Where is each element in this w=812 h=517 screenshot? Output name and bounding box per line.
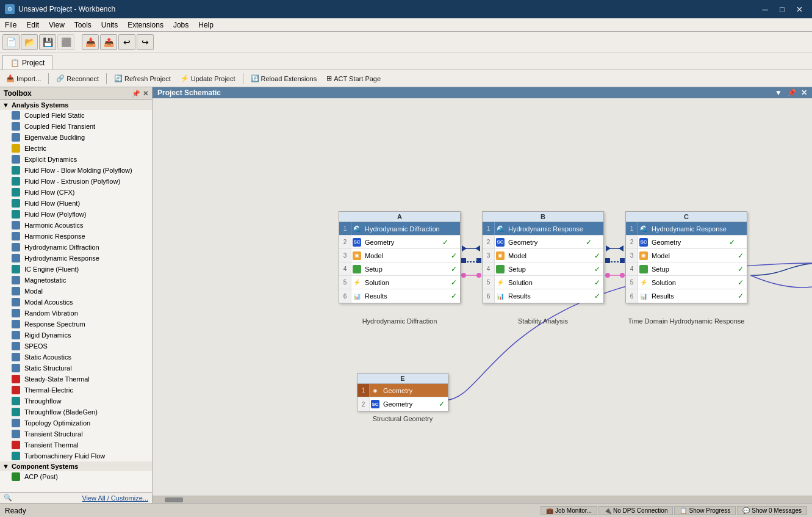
item-fluid-flow-blow[interactable]: Fluid Flow - Blow Molding (Polyflow) [0,165,152,176]
item-throughflow[interactable]: Throughflow [0,396,152,407]
row-A-6[interactable]: 6 📊 Results ✓ [339,289,460,303]
item-rigid-dynamics[interactable]: Rigid Dynamics [0,330,152,341]
item-fluid-flow-polyflow[interactable]: Fluid Flow (Polyflow) [0,209,152,220]
item-turbomachinery[interactable]: Turbomachinery Fluid Flow [0,450,152,461]
view-all-link[interactable]: View All / Customize... [82,494,148,502]
schematic-pin-icon[interactable]: 📌 [787,89,796,97]
menu-view[interactable]: View [44,20,70,31]
schematic-scroll[interactable]: A 1 🌊 Hydrodynamic Diffraction 2 SC Geom… [153,98,812,496]
row-A-3[interactable]: 3 ▣ Model ✓ [339,249,460,262]
item-harmonic-response[interactable]: Harmonic Response [0,231,152,242]
row-B-5[interactable]: 5 ⚡ Solution ✓ [483,276,603,289]
row-B-4[interactable]: 4 Setup ✓ [483,262,603,276]
section-component[interactable]: ▼ Component Systems [0,461,152,471]
item-hydrodynamic-response[interactable]: Hydrodynamic Response [0,253,152,264]
row-E-2[interactable]: 2 SC Geometry ✓ [357,397,448,411]
throughflow-icon [11,396,21,406]
row-B-3[interactable]: 3 ▣ Model ✓ [483,249,603,262]
row-A-2[interactable]: 2 SC Geometry ✓ [339,236,460,249]
redo-button[interactable]: ↪ [137,34,154,50]
item-electric[interactable]: Electric [0,143,152,154]
new-button[interactable]: 📄 [2,34,20,50]
menu-help[interactable]: Help [193,20,218,31]
save-button[interactable]: 💾 [39,34,56,50]
job-monitor-button[interactable]: 💼 Job Monitor... [541,506,597,515]
item-explicit-dynamics[interactable]: Explicit Dynamics [0,154,152,165]
item-coupled-field-transient[interactable]: Coupled Field Transient [0,121,152,132]
refresh-button[interactable]: 🔄 Refresh Project [110,73,174,84]
item-fluid-flow-cfx[interactable]: Fluid Flow (CFX) [0,187,152,198]
item-topology-optimization[interactable]: Topology Optimization [0,418,152,428]
row-E-1[interactable]: 1 ◈ Geometry [357,384,448,397]
row-B-2[interactable]: 2 SC Geometry ✓ [483,236,603,249]
row-icon: ⚡ [351,279,362,286]
row-B-6[interactable]: 6 📊 Results ✓ [483,289,603,303]
menu-edit[interactable]: Edit [21,20,44,31]
maximize-button[interactable]: □ [774,3,790,15]
toolbox-pin-icon[interactable]: 📌 [132,90,140,98]
item-coupled-field-static[interactable]: Coupled Field Static [0,110,152,121]
menu-jobs[interactable]: Jobs [168,20,193,31]
item-harmonic-acoustics[interactable]: Harmonic Acoustics [0,220,152,231]
section-analysis[interactable]: ▼ Analysis Systems [0,100,152,110]
update-button[interactable]: ⚡ Update Project [177,73,239,84]
menu-tools[interactable]: Tools [70,20,96,31]
row-C-5[interactable]: 5 ⚡ Solution ✓ [626,276,747,289]
schematic-dropdown-icon[interactable]: ▼ [775,89,782,97]
row-A-4[interactable]: 4 Setup ✓ [339,262,460,276]
schematic-close-icon[interactable]: ✕ [801,89,807,97]
item-steady-state-thermal[interactable]: Steady-State Thermal [0,374,152,385]
undo-button[interactable]: ↩ [118,34,135,50]
item-ic-engine[interactable]: IC Engine (Fluent) [0,264,152,275]
menu-units[interactable]: Units [96,20,123,31]
reload-button[interactable]: 🔃 Reload Extensions [247,73,321,84]
toolbox-close-icon[interactable]: ✕ [143,90,148,98]
open-button[interactable]: 📂 [21,34,38,50]
item-acp-post[interactable]: ACP (Post) [0,471,152,482]
row-A-1[interactable]: 1 🌊 Hydrodynamic Diffraction [339,222,460,236]
close-button[interactable]: ✕ [791,3,807,15]
item-modal-acoustics[interactable]: Modal Acoustics [0,297,152,308]
schematic-header-controls[interactable]: ▼ 📌 ✕ [775,89,807,97]
item-thermal-electric[interactable]: Thermal-Electric [0,385,152,396]
tab-project[interactable]: 📋 Project [2,55,52,70]
item-fluid-flow-fluent[interactable]: Fluid Flow (Fluent) [0,198,152,209]
toolbox-header-controls[interactable]: 📌 ✕ [132,90,148,98]
item-transient-thermal[interactable]: Transient Thermal [0,439,152,450]
item-hydrodynamic-diffraction[interactable]: Hydrodynamic Diffraction [0,242,152,253]
act-start-button[interactable]: ⊞ ACT Start Page [323,73,384,84]
item-label: Turbomachinery Fluid Flow [24,452,105,460]
import-action-button[interactable]: 📥 Import... [2,73,45,84]
item-static-acoustics[interactable]: Static Acoustics [0,352,152,363]
dps-button[interactable]: 🔌 No DPS Connection [598,506,674,515]
show-progress-button[interactable]: 📋 Show Progress [674,506,736,515]
row-C-6[interactable]: 6 📊 Results ✓ [626,289,747,303]
item-modal[interactable]: Modal [0,286,152,297]
reconnect-button[interactable]: 🔗 Reconnect [52,73,102,84]
row-C-3[interactable]: 3 ▣ Model ✓ [626,249,747,262]
horizontal-scrollbar[interactable] [153,496,812,503]
row-B-1[interactable]: 1 🌊 Hydrodynamic Response [483,222,603,236]
item-transient-structural[interactable]: Transient Structural [0,428,152,439]
item-eigenvalue-buckling[interactable]: Eigenvalue Buckling [0,132,152,143]
item-speos[interactable]: SPEOS [0,341,152,352]
row-icon: 🌊 [351,225,362,232]
minimize-button[interactable]: ─ [757,3,773,15]
import-button[interactable]: 📥 [82,34,99,50]
item-response-spectrum[interactable]: Response Spectrum [0,319,152,330]
item-fluid-flow-extrusion[interactable]: Fluid Flow - Extrusion (Polyflow) [0,176,152,187]
item-static-structural[interactable]: Static Structural [0,363,152,374]
export-button[interactable]: 📤 [100,34,117,50]
item-throughflow-bladegen[interactable]: Throughflow (BladeGen) [0,407,152,418]
row-C-4[interactable]: 4 Setup ✓ [626,262,747,276]
show-messages-button[interactable]: 💬 Show 0 Messages [737,506,807,515]
window-controls[interactable]: ─ □ ✕ [757,3,807,15]
row-C-1[interactable]: 1 🌊 Hydrodynamic Response [626,222,747,236]
row-A-5[interactable]: 5 ⚡ Solution ✓ [339,276,460,289]
item-magnetostatic[interactable]: Magnetostatic [0,275,152,286]
item-random-vibration[interactable]: Random Vibration [0,308,152,319]
row-C-2[interactable]: 2 SC Geometry ✓ [626,236,747,249]
menu-file[interactable]: File [0,20,21,31]
eigenvalue-buckling-icon [11,132,21,142]
menu-extensions[interactable]: Extensions [123,20,168,31]
